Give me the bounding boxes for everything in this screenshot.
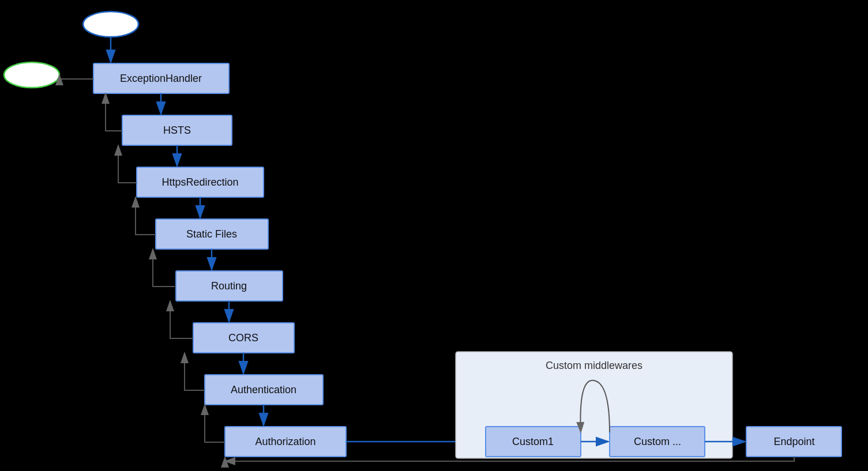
custom1-label: Custom1: [512, 436, 554, 447]
cors-label: CORS: [228, 332, 258, 344]
authentication-label: Authentication: [231, 384, 296, 395]
return-auth-cors: [185, 353, 205, 390]
endpoint-label: Endpoint: [773, 436, 814, 447]
diagram-container: Request Response ExceptionHandler HSTS H…: [0, 0, 868, 471]
exception-handler-label: ExceptionHandler: [120, 73, 202, 84]
return-routing-static: [153, 249, 176, 287]
return-authz-auth: [205, 405, 225, 442]
response-label: Response: [11, 69, 52, 79]
return-exception-response: [59, 75, 93, 79]
custom-middlewares-label: Custom middlewares: [546, 360, 642, 371]
return-static-https: [136, 197, 156, 235]
https-redirection-label: HttpsRedirection: [161, 176, 238, 188]
authorization-label: Authorization: [255, 436, 315, 447]
return-cors-routing: [170, 301, 193, 338]
routing-label: Routing: [211, 280, 247, 292]
return-hsts-exception: [106, 93, 122, 131]
request-label: Request: [93, 18, 128, 28]
static-files-label: Static Files: [186, 228, 237, 240]
return-https-hsts: [118, 145, 137, 183]
hsts-label: HSTS: [163, 125, 191, 136]
customn-label: Custom ...: [634, 436, 681, 447]
